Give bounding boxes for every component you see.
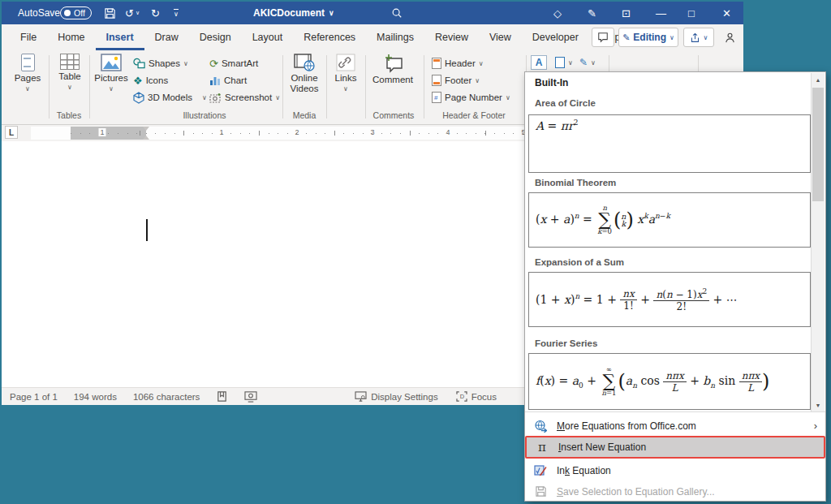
tab-mailings[interactable]: Mailings bbox=[366, 24, 424, 50]
gallery-item-area-of-circle[interactable]: A = πr2 bbox=[528, 114, 811, 173]
smartart-button[interactable]: ⟳ SmartArt bbox=[209, 55, 258, 71]
autosave-label: AutoSave bbox=[18, 2, 60, 24]
share-button[interactable]: ∨ bbox=[683, 28, 714, 47]
gallery-item-fourier-series[interactable]: f(x) = a0 + ∞∑n=1(an cos nπxL + bn sin n… bbox=[528, 353, 811, 410]
proofing-button[interactable] bbox=[216, 390, 228, 403]
maximize-button[interactable]: □ bbox=[688, 2, 695, 24]
undo-button[interactable]: ↺∨ bbox=[125, 2, 140, 24]
group-label-tables: Tables bbox=[49, 110, 89, 120]
document-title[interactable]: AKICDocument∨ bbox=[253, 2, 334, 24]
menu-item-save-selection[interactable]: Save Selection to Equation Gallery... bbox=[525, 480, 825, 502]
3d-models-button[interactable]: 3D Models ∨ bbox=[133, 89, 207, 106]
gallery-scrollbar[interactable]: ▲ ▼ bbox=[811, 73, 825, 411]
title-bar: AutoSave Off ↺∨ ↻ ∨ AKICDocument∨ ◇ ✎ ⊡ … bbox=[2, 2, 743, 24]
people-button[interactable] bbox=[719, 28, 740, 47]
save-gallery-icon bbox=[535, 485, 547, 498]
text-box-button[interactable]: A bbox=[531, 54, 547, 71]
redo-button[interactable]: ↻ bbox=[151, 2, 160, 24]
footer-icon bbox=[432, 75, 441, 86]
tab-home[interactable]: Home bbox=[47, 24, 95, 50]
word-count[interactable]: 194 words bbox=[74, 392, 117, 402]
maximize-icon: □ bbox=[688, 8, 695, 19]
chevron-down-icon: ∨ bbox=[202, 94, 207, 101]
menu-item-ink-equation[interactable]: Ink Equation bbox=[525, 459, 825, 481]
pen-icon: ✎ bbox=[588, 8, 596, 19]
customize-quick-access-button[interactable]: ∨ bbox=[174, 2, 179, 24]
page-indicator[interactable]: Page 1 of 1 bbox=[10, 392, 58, 402]
menu-item-insert-new-equation[interactable]: π Insert New Equation bbox=[525, 436, 825, 459]
chevron-down-icon: ∨ bbox=[343, 85, 348, 93]
dropdown-heading: Built-In bbox=[535, 77, 568, 88]
tab-design[interactable]: Design bbox=[189, 24, 242, 50]
chevron-down-icon: ∨ bbox=[67, 84, 72, 91]
search-button[interactable] bbox=[391, 2, 403, 24]
quick-parts-button[interactable]: ∨ bbox=[555, 54, 573, 71]
pages-button[interactable]: Pages ∨ bbox=[10, 54, 45, 93]
pictures-button[interactable]: Pictures ∨ bbox=[93, 54, 130, 93]
display-settings-button[interactable]: Display Settings bbox=[355, 391, 437, 402]
screenshot-button[interactable]: Screenshot ∨ bbox=[209, 89, 280, 106]
chevron-down-icon: ∨ bbox=[479, 60, 484, 67]
table-button[interactable]: Table ∨ bbox=[52, 54, 88, 91]
scrollbar-thumb[interactable] bbox=[812, 88, 824, 201]
header-icon bbox=[432, 58, 441, 69]
character-count[interactable]: 1066 characters bbox=[133, 392, 200, 402]
minimize-button[interactable]: — bbox=[656, 2, 666, 24]
scroll-down-icon[interactable]: ▼ bbox=[812, 398, 825, 411]
links-button[interactable]: Links ∨ bbox=[329, 54, 362, 93]
save-button[interactable] bbox=[104, 2, 116, 24]
chevron-down-icon: ∨ bbox=[275, 94, 280, 101]
gem-icon: ◇ bbox=[553, 8, 562, 19]
tab-layout[interactable]: Layout bbox=[242, 24, 294, 50]
svg-text:D: D bbox=[459, 393, 463, 400]
wordart-button[interactable]: ✎ ∨ bbox=[579, 54, 596, 71]
chevron-down-icon: ∨ bbox=[183, 60, 188, 67]
close-button[interactable]: ✕ bbox=[722, 2, 731, 24]
chevron-down-icon: ∨ bbox=[506, 94, 510, 101]
ribbon-display-button[interactable]: ⊡ bbox=[622, 2, 631, 24]
gallery-item-expansion-of-a-sum[interactable]: (1 + x)n = 1 + nx1! + n(n − 1)x22! + ⋯ bbox=[528, 272, 811, 327]
tab-file[interactable]: File bbox=[10, 24, 47, 50]
text-box-icon: A bbox=[531, 55, 547, 70]
tab-developer[interactable]: Developer bbox=[522, 24, 589, 50]
online-videos-icon bbox=[294, 54, 315, 71]
tab-draw[interactable]: Draw bbox=[144, 24, 189, 50]
autosave-toggle[interactable]: Off bbox=[60, 2, 92, 24]
tab-view[interactable]: View bbox=[479, 24, 522, 50]
tab-references[interactable]: References bbox=[293, 24, 366, 50]
gallery-item-binomial-theorem[interactable]: (x + a)n = n∑k=0(nk) xkan−k bbox=[528, 192, 811, 248]
premium-button[interactable]: ◇ bbox=[553, 2, 562, 24]
tab-stop-selector[interactable]: L bbox=[5, 126, 18, 139]
autosave-toggle-knob bbox=[64, 10, 71, 16]
icons-icon: ❖ bbox=[133, 75, 143, 87]
group-label-media: Media bbox=[282, 110, 326, 120]
draw-mode-button[interactable]: ✎ bbox=[588, 2, 596, 24]
comment-button[interactable]: Comment bbox=[370, 54, 416, 85]
chevron-down-icon: ∨ bbox=[109, 85, 114, 93]
accessibility-button[interactable] bbox=[244, 390, 257, 403]
person-icon bbox=[724, 32, 736, 44]
tab-insert[interactable]: Insert bbox=[96, 24, 144, 50]
menu-item-more-equations[interactable]: More Equations from Office.com › bbox=[525, 415, 825, 437]
shapes-icon bbox=[133, 58, 145, 69]
footer-button[interactable]: Footer ∨ bbox=[432, 72, 480, 88]
presenter-icon: ⊡ bbox=[622, 8, 631, 19]
page-number-button[interactable]: Page Number ∨ bbox=[432, 89, 510, 106]
links-icon bbox=[336, 54, 355, 71]
screenshot-icon bbox=[209, 93, 222, 103]
indent-markers[interactable] bbox=[143, 127, 149, 140]
display-settings-icon bbox=[355, 391, 367, 402]
comment-icon bbox=[597, 32, 609, 43]
shapes-button[interactable]: Shapes ∨ bbox=[133, 55, 188, 71]
online-videos-button[interactable]: OnlineVideos bbox=[286, 54, 323, 94]
chart-button[interactable]: Chart bbox=[209, 72, 247, 88]
header-button[interactable]: Header ∨ bbox=[432, 55, 484, 71]
editing-mode-button[interactable]: ✎ Editing ∨ bbox=[618, 28, 678, 47]
icons-button[interactable]: ❖ Icons bbox=[133, 72, 168, 88]
accessibility-icon bbox=[244, 390, 257, 403]
scroll-up-icon[interactable]: ▲ bbox=[812, 73, 825, 86]
comments-button[interactable] bbox=[592, 28, 614, 47]
tab-review[interactable]: Review bbox=[424, 24, 479, 50]
focus-mode-button[interactable]: D Focus bbox=[456, 391, 497, 402]
close-icon: ✕ bbox=[722, 8, 731, 19]
